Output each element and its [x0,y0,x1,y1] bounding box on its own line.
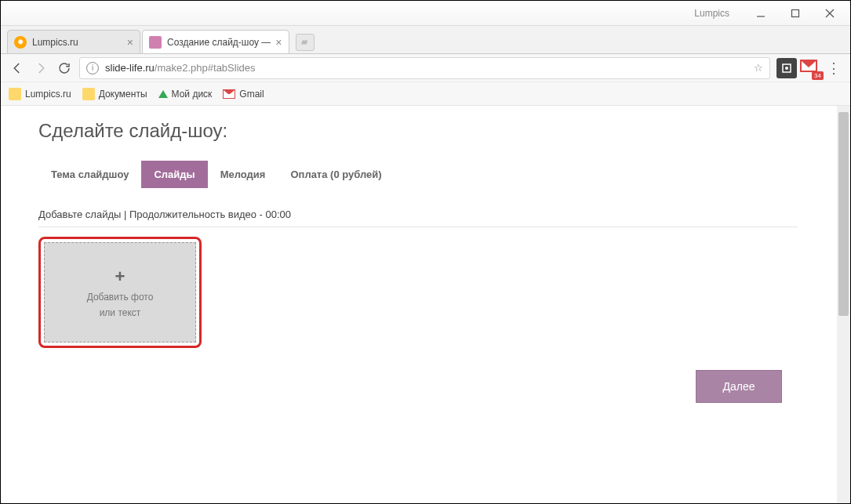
url-path: /make2.php#tabSlides [155,62,256,74]
window-titlebar: Lumpics [1,1,850,26]
svg-point-6 [785,67,788,70]
site-info-icon[interactable]: i [86,62,99,74]
browser-tab-lumpics[interactable]: ✹ Lumpics.ru × [7,30,140,53]
bookmark-drive[interactable]: Мой диск [158,89,213,100]
bookmark-star-icon[interactable]: ☆ [754,62,763,74]
url-domain: slide-life.ru [105,62,155,74]
nav-forward-button[interactable] [29,57,53,79]
url-input[interactable]: i slide-life.ru /make2.php#tabSlides ☆ [79,57,770,79]
gmail-icon [223,89,235,99]
bookmark-lumpics[interactable]: Lumpics.ru [9,88,71,100]
address-bar: i slide-life.ru /make2.php#tabSlides ☆ 3… [1,54,850,82]
tab-payment[interactable]: Оплата (0 рублей) [278,161,394,188]
google-drive-icon [158,90,168,98]
plus-icon: + [115,267,125,287]
wizard-tabs: Тема слайдшоу Слайды Мелодия Оплата (0 р… [38,161,798,188]
new-tab-button[interactable] [296,34,315,51]
nav-back-button[interactable] [5,57,29,79]
window-minimize-button[interactable] [744,2,778,24]
tab-theme[interactable]: Тема слайдшоу [38,161,141,188]
add-slide-highlight: + Добавить фото или текст [38,237,202,348]
svg-marker-4 [301,41,307,45]
gmail-badge: 34 [812,71,824,80]
envelope-icon [800,60,817,72]
bookmark-gmail[interactable]: Gmail [223,89,264,100]
tab-label: Lumpics.ru [32,37,122,48]
nav-reload-button[interactable] [53,57,76,79]
tab-slides[interactable]: Слайды [141,161,207,188]
page-viewport: Сделайте слайд-шоу: Тема слайдшоу Слайды… [1,106,850,504]
next-row: Далее [38,370,798,403]
window-title: Lumpics [694,8,729,19]
add-slide-text-line1: Добавить фото [87,292,154,303]
tab-close-icon[interactable]: × [275,36,282,49]
gmail-extension-icon[interactable]: 34 [800,58,820,78]
slides-subheading: Добавьте слайды | Продолжительность виде… [38,208,798,227]
tab-label: Создание слайд-шоу — [167,37,271,48]
bookmarks-bar: Lumpics.ru Документы Мой диск Gmail [1,82,850,106]
next-button[interactable]: Далее [696,370,782,403]
window-close-button[interactable] [813,2,847,24]
add-slide-button[interactable]: + Добавить фото или текст [44,242,196,343]
browser-tab-strip: ✹ Lumpics.ru × Создание слайд-шоу — × [1,26,850,54]
svg-rect-1 [792,9,799,16]
page-title: Сделайте слайд-шоу: [38,120,798,142]
browser-tab-slidelife[interactable]: Создание слайд-шоу — × [142,30,289,53]
page-scrollbar[interactable] [837,106,850,504]
browser-menu-button[interactable]: ⋮ [822,57,846,79]
add-slide-text-line2: или текст [100,307,141,318]
tab-melody[interactable]: Мелодия [208,161,278,188]
scrollbar-thumb[interactable] [838,112,849,316]
window-maximize-button[interactable] [778,2,813,24]
bookmark-documents[interactable]: Документы [82,88,147,100]
tab-close-icon[interactable]: × [127,36,133,49]
page-content: Сделайте слайд-шоу: Тема слайдшоу Слайды… [1,106,837,403]
folder-icon [82,88,95,100]
favicon-slidelife-icon [149,36,162,49]
favicon-lumpics-icon: ✹ [14,36,27,49]
extension-icon[interactable] [776,58,797,78]
folder-icon [9,88,21,100]
